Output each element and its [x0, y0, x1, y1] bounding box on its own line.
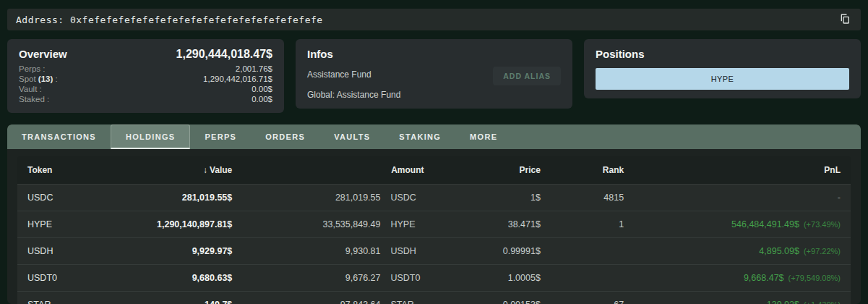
pnl-cell: 4,895.09$(+97.22%): [634, 237, 851, 264]
amount-cell: 33,535,849.49HYPE: [242, 211, 434, 237]
overview-row-label: Vault :: [19, 84, 42, 94]
positions-title: Positions: [596, 46, 645, 62]
amount-number: 281,019.55: [335, 193, 381, 203]
pnl-value: 9,668.47$: [744, 273, 784, 283]
global-alias: Global: Assistance Fund: [307, 90, 561, 100]
overview-row-value: 0.00$: [252, 94, 272, 104]
overview-row-perps: Perps : 2,001.76$: [19, 64, 272, 74]
tab-staking[interactable]: STAKING: [384, 124, 455, 149]
amount-number: 97,843.64: [340, 300, 381, 304]
overview-row-value: 1,290,442,016.71$: [203, 74, 272, 84]
overview-card: Overview 1,290,444,018.47$ Perps : 2,001…: [7, 39, 284, 113]
amount-cell: 9,930.81USDH: [242, 237, 434, 264]
rank-cell: 1: [551, 211, 634, 237]
price-cell: 38.471$: [434, 211, 550, 237]
table-row[interactable]: USDT0 9,680.63$ 9,676.27USDT0 1.0005$ 9,…: [17, 264, 851, 291]
amount-ticker: STAR: [390, 300, 424, 304]
amount-cell: 9,676.27USDT0: [242, 264, 434, 291]
tab-holdings[interactable]: HOLDINGS: [111, 124, 190, 149]
overview-row-vault: Vault : 0.00$: [19, 84, 272, 94]
overview-row-value: 0.00$: [252, 84, 272, 94]
price-cell: 0.99991$: [434, 237, 550, 264]
overview-row-value: 2,001.76$: [236, 64, 272, 74]
amount-number: 9,930.81: [345, 246, 381, 256]
pnl-percent: (+79,549.08%): [788, 274, 841, 282]
token-cell: HYPE: [17, 211, 126, 237]
table-row[interactable]: HYPE 1,290,140,897.81$ 33,535,849.49HYPE…: [17, 211, 851, 237]
value-cell: 149.7$: [126, 291, 242, 304]
rank-cell: 4815: [551, 184, 634, 211]
price-cell: 1$: [434, 184, 550, 211]
copy-address-button[interactable]: [838, 11, 852, 29]
tab-vaults[interactable]: VAULTS: [319, 124, 384, 149]
pnl-cell: 546,484,491.49$(+73.49%): [634, 211, 851, 237]
address-text: Address: 0xfefefefefefefefefefefefefefef…: [16, 14, 323, 25]
pnl-cell: 139.92$(+1,430%): [634, 291, 851, 304]
amount-ticker: USDC: [390, 193, 424, 203]
tab-orders[interactable]: ORDERS: [251, 124, 319, 149]
overview-row-spot: Spot (13) : 1,290,442,016.71$: [19, 74, 272, 84]
infos-card-header: Infos: [307, 46, 561, 62]
overview-rows: Perps : 2,001.76$ Spot (13) : 1,290,442,…: [19, 64, 272, 104]
column-header-token[interactable]: Token: [17, 156, 126, 184]
amount-ticker: USDH: [390, 246, 424, 256]
pnl-value: -: [838, 193, 841, 203]
main-section: TRANSACTIONS HOLDINGS PERPS ORDERS VAULT…: [7, 124, 861, 304]
price-cell: 0.00153$: [434, 291, 550, 304]
value-cell: 1,290,140,897.81$: [126, 211, 242, 237]
table-row[interactable]: STAR 149.7$ 97,843.64STAR 0.00153$ 67 13…: [17, 291, 851, 304]
rank-cell: [551, 264, 634, 291]
amount-number: 33,535,849.49: [323, 219, 381, 229]
summary-cards-row: Overview 1,290,444,018.47$ Perps : 2,001…: [7, 39, 861, 113]
infos-body: Assistance Fund Global: Assistance Fund …: [307, 69, 561, 100]
price-cell: 1.0005$: [434, 264, 550, 291]
tab-transactions[interactable]: TRANSACTIONS: [7, 124, 111, 149]
overview-card-header: Overview 1,290,444,018.47$: [19, 46, 272, 62]
add-alias-button[interactable]: ADD ALIAS: [493, 67, 561, 85]
tab-perps[interactable]: PERPS: [190, 124, 251, 149]
amount-ticker: USDT0: [390, 273, 424, 283]
pnl-value: 546,484,491.49$: [731, 219, 799, 229]
page: Address: 0xfefefefefefefefefefefefefefef…: [0, 0, 868, 304]
column-header-rank[interactable]: Rank: [551, 156, 634, 184]
column-header-pnl[interactable]: PnL: [634, 156, 851, 184]
positions-card: Positions HYPE: [584, 39, 861, 98]
table-row[interactable]: USDC 281,019.55$ 281,019.55USDC 1$ 4815 …: [17, 184, 851, 211]
pnl-percent: (+97.22%): [804, 247, 841, 256]
spot-count: (13): [36, 75, 53, 83]
pnl-percent: (+1,430%): [804, 300, 841, 304]
column-header-amount[interactable]: Amount: [242, 156, 434, 184]
column-header-price[interactable]: Price: [434, 156, 550, 184]
address-bar: Address: 0xfefefefefefefefefefefefefefef…: [7, 9, 861, 30]
value-cell: 9,680.63$: [126, 264, 242, 291]
copy-icon: [839, 12, 851, 28]
pnl-cell: -: [634, 184, 851, 211]
pnl-value: 4,895.09$: [759, 246, 799, 256]
column-header-value[interactable]: ↓Value: [126, 156, 242, 184]
rank-cell: [551, 237, 634, 264]
pnl-percent: (+73.49%): [804, 220, 841, 229]
column-label: Value: [210, 165, 232, 175]
overview-title: Overview: [19, 46, 67, 62]
pnl-value: 139.92$: [767, 300, 799, 304]
token-cell: USDT0: [17, 264, 126, 291]
table-header-row: Token ↓Value Amount Price Rank PnL: [17, 156, 851, 184]
tab-bar: TRANSACTIONS HOLDINGS PERPS ORDERS VAULT…: [7, 124, 861, 149]
pnl-cell: 9,668.47$(+79,549.08%): [634, 264, 851, 291]
sort-descending-icon: ↓: [203, 165, 207, 175]
amount-cell: 97,843.64STAR: [242, 291, 434, 304]
token-cell: STAR: [17, 291, 126, 304]
holdings-table-container: Token ↓Value Amount Price Rank PnL USDC …: [17, 156, 851, 304]
infos-card: Infos Assistance Fund Global: Assistance…: [296, 39, 572, 109]
infos-title: Infos: [307, 46, 333, 62]
overview-total-value: 1,290,444,018.47$: [176, 48, 272, 61]
token-cell: USDC: [17, 184, 126, 211]
amount-ticker: HYPE: [390, 219, 424, 229]
table-row[interactable]: USDH 9,929.97$ 9,930.81USDH 0.99991$ 4,8…: [17, 237, 851, 264]
tab-more[interactable]: MORE: [455, 124, 512, 149]
positions-card-header: Positions: [596, 46, 849, 62]
value-cell: 9,929.97$: [126, 237, 242, 264]
position-hype-button[interactable]: HYPE: [596, 68, 849, 90]
overview-row-label: Spot (13) :: [19, 74, 58, 84]
rank-cell: 67: [551, 291, 634, 304]
